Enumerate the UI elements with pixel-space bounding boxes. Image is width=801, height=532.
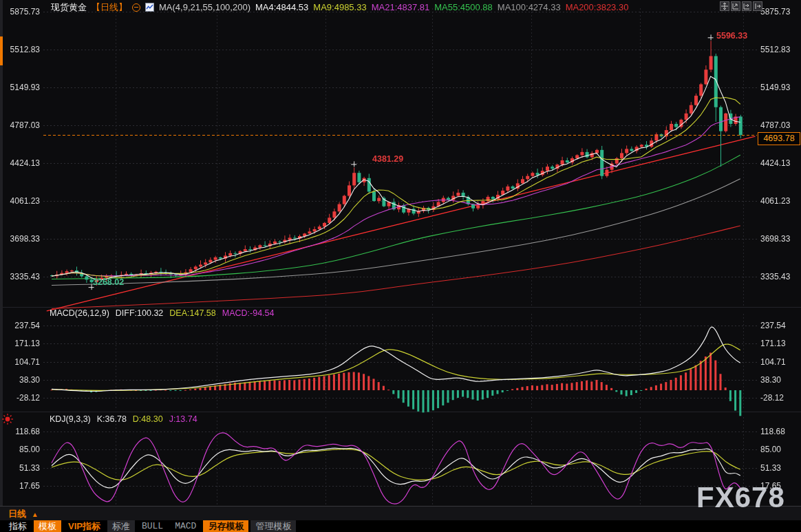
price-axis-label: 3335.43 xyxy=(760,272,790,281)
current-price-badge: 4693.78 xyxy=(758,132,800,145)
macd-axis-label: 171.13 xyxy=(760,339,786,348)
price-axis-label: 5512.83 xyxy=(760,45,790,54)
price-axis-label: 3335.43 xyxy=(0,272,40,281)
macd-axis-label: 171.13 xyxy=(0,339,40,348)
kdj-axis-label: 85.00 xyxy=(0,445,40,454)
candlestick-chart-icon[interactable] xyxy=(145,3,154,12)
ma4-value: MA4:4844.53 xyxy=(255,2,308,12)
price-axis-label: 4787.03 xyxy=(0,120,40,130)
kdj-axis-label: 51.33 xyxy=(0,463,40,473)
minus-icon xyxy=(134,7,138,8)
kdj-axis-label: 51.33 xyxy=(760,463,781,473)
ma21-value: MA21:4837.81 xyxy=(372,2,430,12)
macd-value: MACD:-94.54 xyxy=(222,308,275,318)
crosshair-icon[interactable] xyxy=(720,1,729,11)
macd-axis-label: 104.71 xyxy=(0,357,40,367)
tab-bull[interactable]: BULL xyxy=(137,520,168,532)
macd-legend: MACD(26,12,9) DIFF:100.32 DEA:147.58 MAC… xyxy=(50,308,274,318)
kdj-k-value: K:36.78 xyxy=(97,414,127,424)
october-high-annotation: 4381.29 xyxy=(372,154,403,164)
price-axis-label: 3698.33 xyxy=(0,234,40,244)
tab-vip-indicators[interactable]: VIP指标 xyxy=(63,520,105,532)
price-axis-label: 4787.03 xyxy=(760,120,790,130)
price-axis-label: 3698.33 xyxy=(760,234,790,244)
kdj-j-value: J:13.74 xyxy=(169,414,197,424)
ma-params-label: MA(4,9,21,55,100,200) xyxy=(159,2,250,12)
price-axis-label: 5149.93 xyxy=(0,83,40,92)
macd-axis-label: 237.54 xyxy=(0,321,40,330)
tab-save-template[interactable]: 另存模板 xyxy=(203,520,248,532)
price-axis-label: 4061.23 xyxy=(760,196,790,206)
x-axis-strip xyxy=(0,506,801,520)
macd-axis-label: -28.12 xyxy=(0,393,40,403)
triangle-up-icon: ▲ xyxy=(32,511,39,518)
kdj-axis-label: 118.68 xyxy=(0,427,40,436)
macd-axis-label: 104.71 xyxy=(760,357,786,367)
macd-axis-label: 237.54 xyxy=(760,321,786,330)
chart-canvas[interactable] xyxy=(0,0,801,532)
macd-params-label: MACD(26,12,9) xyxy=(50,308,109,318)
peak-price-annotation: 5596.33 xyxy=(716,31,747,41)
chart-legend: 现货黄金 【日线】 MA(4,9,21,55,100,200) MA4:4844… xyxy=(51,1,628,13)
tab-manage-template[interactable]: 管理模板 xyxy=(250,520,296,532)
ma55-value: MA55:4500.88 xyxy=(434,2,493,12)
collapse-indicator-button[interactable] xyxy=(132,3,140,12)
price-axis-label: 5149.93 xyxy=(760,83,790,92)
kdj-d-value: D:48.30 xyxy=(133,414,163,424)
price-axis-label: 4424.13 xyxy=(760,158,790,168)
axis-zoom-left-icon[interactable] xyxy=(731,1,740,11)
kdj-axis-label: 118.68 xyxy=(760,427,785,436)
period-selector[interactable]: 日线 ▲ xyxy=(8,508,39,520)
macd-diff-value: DIFF:100.32 xyxy=(116,308,163,318)
period-title: 【日线】 xyxy=(92,1,127,14)
ma9-value: MA9:4985.33 xyxy=(313,2,366,12)
ma200-value: MA200:3823.30 xyxy=(566,2,629,12)
macd-axis-label: 38.30 xyxy=(760,375,781,385)
ma100-value: MA100:4274.33 xyxy=(498,2,561,12)
macd-dea-value: DEA:147.58 xyxy=(169,308,215,318)
july-low-annotation: 3268.02 xyxy=(93,277,124,287)
symbol-title: 现货黄金 xyxy=(51,1,87,14)
price-axis-label: 4061.23 xyxy=(0,196,40,206)
alert-sun-icon[interactable] xyxy=(1,413,14,427)
price-axis-label: 5875.73 xyxy=(760,7,790,17)
period-selector-label: 日线 xyxy=(8,509,26,519)
chart-toolbar xyxy=(720,1,762,11)
macd-axis-label: -28.12 xyxy=(760,393,784,403)
tab-macd[interactable]: MACD xyxy=(170,520,201,532)
axis-zoom-right-icon[interactable] xyxy=(742,1,751,11)
tab-standard[interactable]: 标准 xyxy=(107,520,135,532)
kdj-params-label: KDJ(9,3,3) xyxy=(50,414,91,424)
price-axis-label: 5875.73 xyxy=(0,7,40,17)
tab-indicators[interactable]: 指标 xyxy=(4,520,32,532)
bottom-tab-bar: 指标 模板 VIP指标 标准 BULL MACD 另存模板 管理模板 xyxy=(0,520,801,532)
macd-axis-label: 38.30 xyxy=(0,375,40,385)
price-axis-label: 4424.13 xyxy=(0,158,40,168)
scrollbar-thumb[interactable] xyxy=(0,36,3,65)
kdj-axis-label: 85.00 xyxy=(760,445,781,454)
kdj-axis-label: 17.65 xyxy=(0,481,40,491)
trading-chart-app: 现货黄金 【日线】 MA(4,9,21,55,100,200) MA4:4844… xyxy=(0,0,801,532)
left-scrollbar xyxy=(0,0,3,506)
pan-right-icon[interactable] xyxy=(753,1,762,11)
price-axis-label: 5512.83 xyxy=(0,45,40,54)
kdj-legend: KDJ(9,3,3) K:36.78 D:48.30 J:13.74 xyxy=(50,414,197,424)
tab-templates[interactable]: 模板 xyxy=(34,520,61,532)
fx678-watermark: FX678 xyxy=(696,481,785,514)
